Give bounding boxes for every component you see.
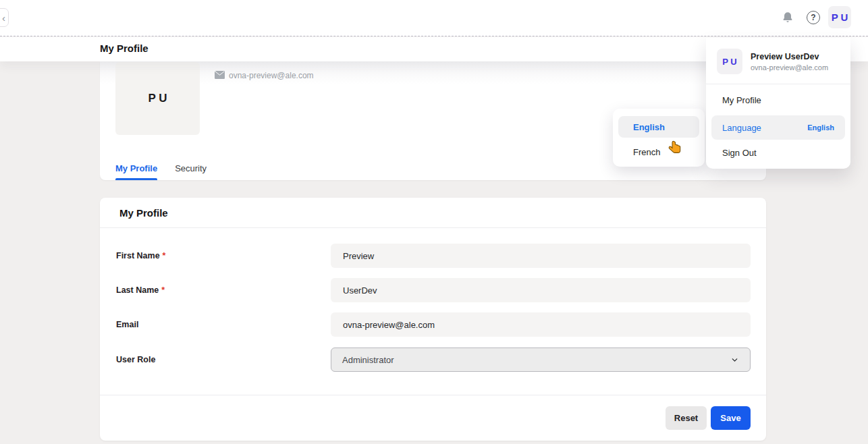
user-role-select[interactable]: Administrator (331, 348, 751, 372)
page-root: ‹ ? P U My Profile P U (0, 0, 868, 444)
card-footer-divider (100, 395, 766, 395)
profile-form-card: My Profile First Name* Last Name* Email … (100, 198, 766, 441)
user-avatar-button[interactable]: P U (828, 6, 851, 28)
email-icon (215, 70, 225, 82)
top-bar: ‹ ? P U (0, 0, 868, 36)
user-role-label: User Role (116, 348, 155, 372)
chevron-left-icon: ‹ (2, 12, 5, 24)
menu-item-my-profile[interactable]: My Profile (706, 88, 850, 112)
help-button[interactable]: ? (805, 9, 821, 26)
email-label: Email (116, 312, 138, 337)
tab-security[interactable]: Security (175, 156, 207, 180)
user-role-value: Administrator (342, 355, 394, 365)
back-button[interactable]: ‹ (0, 8, 9, 27)
tab-bar: My Profile Security (115, 156, 207, 180)
tab-my-profile[interactable]: My Profile (115, 156, 157, 180)
user-role-row: User Role Administrator (100, 348, 766, 372)
profile-email-row: ovna-preview@ale.com (215, 70, 314, 82)
page-title: My Profile (100, 43, 148, 54)
menu-item-sign-out[interactable]: Sign Out (706, 140, 850, 165)
language-option-french[interactable]: French (618, 141, 699, 163)
user-menu-dropdown: P U Preview UserDev ovna-preview@ale.com… (706, 38, 850, 169)
chevron-down-icon (730, 356, 739, 364)
last-name-input[interactable] (331, 278, 751, 302)
reset-button[interactable]: Reset (666, 406, 707, 430)
user-menu-divider (706, 84, 850, 84)
language-label: Language (722, 123, 761, 133)
email-row: Email (100, 312, 766, 337)
last-name-row: Last Name* (100, 278, 766, 302)
language-value-badge: English (807, 123, 834, 132)
required-asterisk: * (163, 251, 166, 260)
user-menu-identity: Preview UserDev ovna-preview@ale.com (751, 52, 828, 72)
first-name-row: First Name* (100, 244, 766, 268)
required-asterisk: * (161, 285, 165, 295)
bell-icon (781, 10, 794, 26)
form-card-title: My Profile (119, 207, 168, 219)
profile-email: ovna-preview@ale.com (229, 71, 314, 80)
last-name-label: Last Name* (116, 278, 165, 302)
language-submenu: English French (613, 109, 705, 167)
card-header-divider (100, 227, 766, 228)
email-input[interactable] (331, 312, 751, 337)
first-name-label: First Name* (116, 244, 165, 268)
user-menu-profile-row: P U Preview UserDev ovna-preview@ale.com (717, 49, 828, 74)
first-name-input[interactable] (331, 244, 751, 268)
user-menu-avatar: P U (717, 49, 742, 74)
notifications-button[interactable] (780, 9, 796, 26)
user-menu-email: ovna-preview@ale.com (751, 63, 828, 72)
user-menu-name: Preview UserDev (751, 52, 828, 61)
question-mark-icon: ? (807, 11, 820, 24)
save-button[interactable]: Save (711, 406, 751, 430)
language-option-english[interactable]: English (618, 116, 699, 138)
menu-item-language[interactable]: Language English (711, 115, 845, 140)
profile-avatar: P U (115, 62, 200, 135)
